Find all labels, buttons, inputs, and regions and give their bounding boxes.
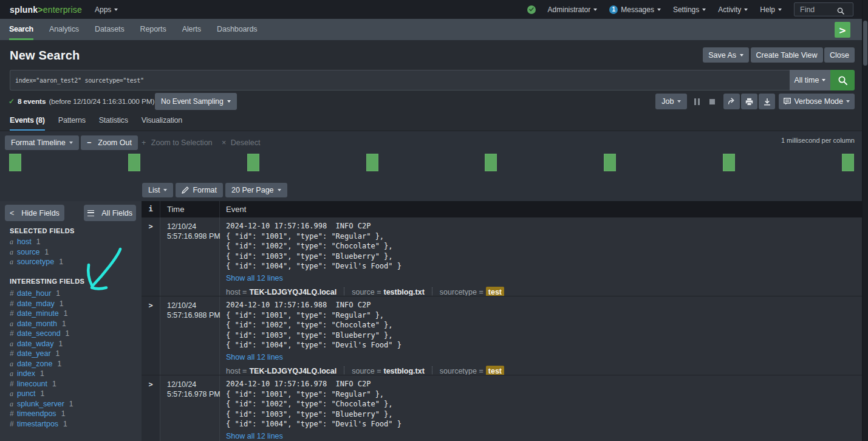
host-field-value[interactable]: TEK-LDJGYQJ4LQ.local bbox=[249, 288, 337, 296]
event-time-cell[interactable]: 12/10/24 5:57:16.998 PM bbox=[160, 217, 220, 296]
find-search-box[interactable] bbox=[794, 2, 853, 16]
all-fields-button[interactable]: All Fields bbox=[84, 205, 136, 221]
page-scrollbar[interactable] bbox=[862, 0, 868, 441]
column-header-info: i bbox=[142, 201, 160, 217]
field-item-source[interactable]: asource1 bbox=[0, 247, 142, 258]
messages-menu[interactable]: 1 Messages bbox=[603, 0, 667, 19]
field-item-host[interactable]: ahost1 bbox=[0, 237, 142, 247]
zoom-out-label: Zoom Out bbox=[98, 138, 132, 147]
export-job-button[interactable] bbox=[759, 94, 775, 109]
event-raw-line: 2024-12-10 17:57:16.978 INFO C2P bbox=[226, 379, 862, 389]
event-time-cell[interactable]: 12/10/24 5:57:16.978 PM bbox=[160, 375, 220, 441]
field-item-date_second[interactable]: #date_second1 bbox=[0, 329, 142, 339]
hide-fields-button[interactable]: Hide Fields bbox=[5, 205, 64, 221]
timeline-histogram[interactable] bbox=[0, 154, 862, 171]
show-all-lines-link[interactable]: Show all 12 lines bbox=[226, 431, 283, 441]
expand-event-chevron-icon[interactable]: > bbox=[148, 381, 152, 388]
share-job-button[interactable] bbox=[723, 94, 740, 109]
search-query-input[interactable]: index="aaron_test2" sourcetype="test" bbox=[10, 70, 790, 91]
nav-item-alerts[interactable]: Alerts bbox=[174, 19, 209, 40]
result-tab-events[interactable]: Events (8) bbox=[10, 112, 45, 130]
print-job-button[interactable] bbox=[741, 94, 757, 109]
search-mode-button[interactable]: Verbose Mode bbox=[779, 94, 855, 109]
timeline-bar[interactable] bbox=[9, 154, 21, 171]
field-item-date_minute[interactable]: #date_minute1 bbox=[0, 309, 142, 319]
expand-event-chevron-icon[interactable]: > bbox=[148, 302, 152, 309]
result-tab-statistics[interactable]: Statistics bbox=[99, 112, 128, 130]
timeline-bar[interactable] bbox=[366, 154, 378, 171]
find-input[interactable] bbox=[795, 5, 837, 14]
field-item-date_mday[interactable]: #date_mday1 bbox=[0, 299, 142, 309]
show-all-lines-link[interactable]: Show all 12 lines bbox=[226, 352, 283, 362]
time-range-picker[interactable]: All time bbox=[790, 70, 830, 91]
field-name: source bbox=[17, 248, 40, 256]
field-item-date_year[interactable]: #date_year1 bbox=[0, 349, 142, 359]
host-field-value[interactable]: TEK-LDJGYQJ4LQ.local bbox=[249, 367, 337, 375]
nav-item-reports[interactable]: Reports bbox=[132, 19, 174, 40]
event-sampling-button[interactable]: No Event Sampling bbox=[155, 93, 237, 110]
app-logo-icon[interactable]: > bbox=[835, 22, 850, 38]
timeline-bar[interactable] bbox=[128, 154, 140, 171]
column-header-time[interactable]: Time bbox=[160, 201, 220, 217]
timeline-bar[interactable] bbox=[485, 154, 497, 171]
save-as-button[interactable]: Save As bbox=[703, 47, 749, 63]
event-json-line: { "id": "1001", "type": "Regular" }, bbox=[226, 389, 862, 400]
splunk-logo[interactable]: splunk>enterprise bbox=[10, 5, 82, 15]
event-row: > 12/10/24 5:57:16.988 PM 2024-12-10 17:… bbox=[142, 296, 862, 375]
field-item-date_month[interactable]: adate_month1 bbox=[0, 319, 142, 329]
nav-item-analytics[interactable]: Analytics bbox=[41, 19, 87, 40]
field-item-index[interactable]: aindex1 bbox=[0, 369, 142, 379]
field-item-punct[interactable]: apunct1 bbox=[0, 389, 142, 399]
administrator-menu[interactable]: Administrator bbox=[542, 0, 604, 19]
list-view-button[interactable]: List bbox=[142, 183, 173, 197]
settings-menu[interactable]: Settings bbox=[667, 0, 712, 19]
field-item-splunk_server[interactable]: asplunk_server1 bbox=[0, 399, 142, 409]
field-item-date_wday[interactable]: adate_wday1 bbox=[0, 339, 142, 349]
expand-event-chevron-icon[interactable]: > bbox=[148, 223, 152, 230]
activity-menu[interactable]: Activity bbox=[712, 0, 754, 19]
field-value-count: 1 bbox=[56, 289, 60, 298]
field-item-linecount[interactable]: #linecount1 bbox=[0, 379, 142, 389]
field-item-date_hour[interactable]: #date_hour1 bbox=[0, 289, 142, 299]
field-separator bbox=[344, 366, 344, 375]
stop-icon[interactable] bbox=[709, 99, 715, 104]
apps-menu[interactable]: Apps bbox=[89, 0, 124, 19]
help-menu[interactable]: Help bbox=[754, 0, 788, 19]
create-table-view-button[interactable]: Create Table View bbox=[751, 47, 823, 63]
job-menu-button[interactable]: Job bbox=[655, 94, 687, 109]
field-item-timestartpos[interactable]: #timestartpos1 bbox=[0, 419, 142, 429]
result-tab-visualization[interactable]: Visualization bbox=[142, 112, 182, 130]
field-item-sourcetype[interactable]: asourcetype1 bbox=[0, 257, 142, 267]
timeline-bar[interactable] bbox=[247, 154, 259, 171]
fields-sidebar: Hide Fields All Fields SELECTED FIELDS a… bbox=[0, 201, 142, 441]
close-button[interactable]: Close bbox=[824, 47, 855, 63]
show-all-lines-link[interactable]: Show all 12 lines bbox=[226, 273, 283, 283]
timeline-bar[interactable] bbox=[604, 154, 616, 171]
format-timeline-button[interactable]: Format Timeline bbox=[5, 135, 79, 150]
system-status-menu[interactable] bbox=[521, 0, 542, 19]
scrollbar-thumb[interactable] bbox=[863, 21, 867, 66]
nav-item-datasets[interactable]: Datasets bbox=[87, 19, 132, 40]
per-page-button[interactable]: 20 Per Page bbox=[225, 183, 287, 197]
result-tab-patterns[interactable]: Patterns bbox=[58, 112, 86, 130]
format-results-button[interactable]: Format bbox=[176, 183, 223, 197]
time-range-label: All time bbox=[795, 76, 819, 84]
sourcetype-field-value[interactable]: test bbox=[486, 366, 504, 375]
nav-item-search[interactable]: Search bbox=[1, 19, 41, 40]
sourcetype-field-value[interactable]: test bbox=[486, 287, 504, 296]
timeline-bar[interactable] bbox=[723, 154, 735, 171]
source-field-value[interactable]: testblog.txt bbox=[383, 288, 424, 296]
event-time-cell[interactable]: 12/10/24 5:57:16.988 PM bbox=[160, 296, 220, 375]
event-json-line: { "id": "1004", "type": "Devil's Food" } bbox=[226, 340, 862, 350]
search-submit-button[interactable] bbox=[830, 70, 855, 91]
nav-item-dashboards[interactable]: Dashboards bbox=[209, 19, 265, 40]
field-item-date_zone[interactable]: adate_zone1 bbox=[0, 359, 142, 369]
source-field-value[interactable]: testblog.txt bbox=[383, 367, 424, 375]
deselect-label: Deselect bbox=[231, 138, 261, 147]
field-name: date_wday bbox=[17, 340, 53, 348]
zoom-out-button[interactable]: Zoom Out bbox=[81, 135, 138, 150]
source-field-label: source = bbox=[352, 367, 381, 375]
field-item-timeendpos[interactable]: #timeendpos1 bbox=[0, 409, 142, 419]
pause-icon[interactable] bbox=[694, 98, 700, 105]
timeline-bar[interactable] bbox=[842, 154, 854, 171]
